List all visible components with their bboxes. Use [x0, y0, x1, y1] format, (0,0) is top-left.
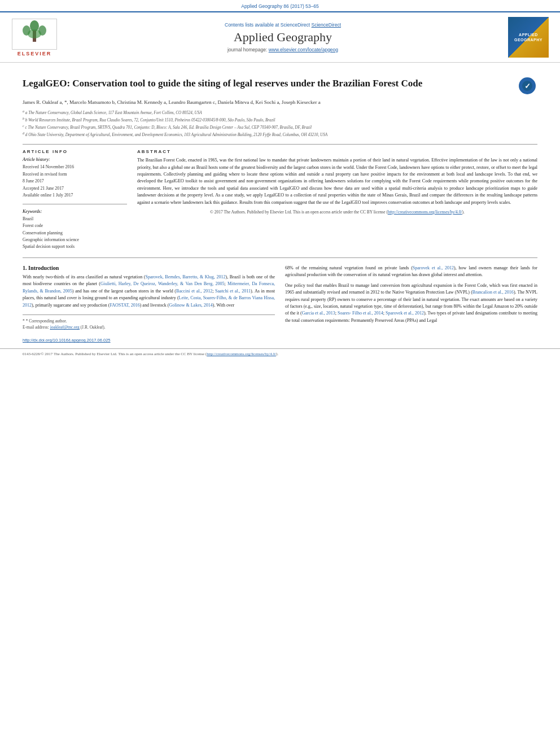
crossmark-badge[interactable]: ✓: [517, 77, 537, 94]
article-info-column: ARTICLE INFO Article history: Received 1…: [23, 149, 127, 251]
applied-geography-badge: Applied Geography: [506, 17, 551, 58]
badge-line1: Applied: [519, 32, 538, 37]
baccini-ref[interactable]: Baccini et al., 2012: [176, 289, 212, 294]
elsevier-logo: ELSEVIER: [9, 19, 60, 56]
received-date: Received 14 November 2016: [23, 164, 127, 171]
crossmark-icon[interactable]: ✓: [519, 77, 536, 94]
received-revised-label: Received in revised form: [23, 171, 127, 178]
journal-header-center: Contents lists available at ScienceDirec…: [65, 22, 500, 53]
keyword-forest-code: Forest code: [23, 222, 127, 229]
keywords-label: Keywords:: [23, 209, 127, 214]
garcia-ref[interactable]: Garcia et al., 2013: [302, 311, 335, 316]
badge: Applied Geography: [508, 17, 549, 58]
saatchi-ref[interactable]: Saatchi et al., 2011: [215, 289, 251, 294]
abstract-text: The Brazilian Forest Code, enacted in 19…: [137, 157, 537, 206]
bottom-license-text: 0143-6228/© 2017 The Authors. Published …: [23, 352, 537, 357]
accepted-date: Accepted 21 June 2017: [23, 185, 127, 192]
journal-homepage-link[interactable]: www.elsevier.com/locate/apgeog: [269, 47, 338, 53]
svg-text:✓: ✓: [524, 82, 531, 90]
giulietti-ref[interactable]: Giulietti, Harley, De Queiroz, Wanderley…: [100, 281, 225, 286]
intro-right-paragraph-1: 68% of the remaining natural vegetation …: [285, 265, 537, 279]
introduction-section: 1. Introduction With nearly two-thirds o…: [23, 265, 537, 330]
intro-left-paragraph: With nearly two-thirds of its area class…: [23, 274, 275, 309]
abstract-header: ABSTRACT: [137, 149, 537, 154]
affiliation-b: b b World Resources Institute, Brazil Pr…: [23, 116, 537, 124]
brancalion-ref[interactable]: Brancalion et al., 2016: [473, 290, 514, 295]
affiliation-d: d d Ohio State University, Department of…: [23, 131, 537, 138]
abstract-column: ABSTRACT The Brazilian Forest Code, enac…: [137, 149, 537, 251]
intro-section-title: 1. Introduction: [23, 265, 275, 271]
corresponding-author-note: * * Corresponding author.: [23, 318, 275, 324]
intro-right-paragraph-2: One policy tool that enables Brazil to m…: [285, 282, 537, 324]
sciencedirect-text: Contents lists available at ScienceDirec…: [65, 22, 500, 28]
keyword-gis: Geographic information science: [23, 237, 127, 243]
faostat-ref[interactable]: FAOSTAT, 2016: [110, 303, 139, 308]
article-history-label: Article history:: [23, 157, 127, 162]
revised-date: 8 June 2017: [23, 178, 127, 185]
golinow-ref[interactable]: Golinow & Lakes, 2014: [169, 303, 212, 308]
authors-line: James R. Oakleaf a, *, Marcelo Matsumoto…: [23, 99, 537, 107]
article-info-header: ARTICLE INFO: [23, 149, 127, 154]
article-title: LegalGEO: Conservation tool to guide the…: [23, 77, 511, 90]
keywords-block: Keywords: Brazil Forest code Conservatio…: [23, 209, 127, 251]
bottom-cc-url[interactable]: http://creativecommons.org/licenses/by/4…: [207, 352, 276, 356]
sparovek-ref-3[interactable]: Sparovek et al., 2012: [386, 311, 424, 316]
journal-title: Applied Geography: [65, 30, 500, 45]
email-footnote: E-mail address: joakleaf@tnc.org (J.R. O…: [23, 324, 275, 330]
section-divider: [23, 257, 537, 258]
keyword-conservation: Conservation planning: [23, 230, 127, 237]
journal-header: ELSEVIER Contents lists available at Sci…: [0, 11, 560, 63]
affiliation-c: c c The Nature Conservancy, Brazil Progr…: [23, 124, 537, 131]
journal-citation: Applied Geography 86 (2017) 53–65: [0, 0, 560, 11]
content-area: LegalGEO: Conservation tool to guide the…: [0, 63, 560, 330]
keyword-spatial: Spatial decision support tools: [23, 243, 127, 250]
elsevier-label: ELSEVIER: [18, 51, 52, 56]
svg-point-5: [28, 29, 41, 38]
leite-ref[interactable]: Leite, Costa, Soares-Filho, & de Barros …: [23, 295, 275, 307]
bottom-bar: 0143-6228/© 2017 The Authors. Published …: [0, 348, 560, 360]
affiliations: a a The Nature Conservancy, Global Lands…: [23, 109, 537, 139]
affiliation-a: a a The Nature Conservancy, Global Lands…: [23, 109, 537, 116]
article-title-row: LegalGEO: Conservation tool to guide the…: [23, 77, 537, 94]
keyword-brazil: Brazil: [23, 216, 127, 222]
article-info-abstract: ARTICLE INFO Article history: Received 1…: [23, 144, 537, 251]
cc-license: © 2017 The Authors. Published by Elsevie…: [137, 209, 537, 215]
introduction-left: 1. Introduction With nearly two-thirds o…: [23, 265, 275, 330]
introduction-right: 68% of the remaining natural vegetation …: [285, 265, 537, 330]
sparovek-ref[interactable]: Sparovek, Berndes, Barretto, & Klug, 201…: [145, 274, 225, 279]
doi-link[interactable]: http://dx.doi.org/10.1016/j.apgeog.2017.…: [23, 338, 111, 343]
doi-area: http://dx.doi.org/10.1016/j.apgeog.2017.…: [0, 330, 560, 343]
sciencedirect-link[interactable]: ScienceDirect: [312, 22, 341, 28]
elsevier-logo-image: [12, 19, 57, 50]
email-link[interactable]: joakleaf@tnc.org: [50, 325, 80, 330]
soares-ref[interactable]: Soares- Filho et al., 2014: [338, 311, 383, 316]
sparovek-ref-2[interactable]: Sparovek et al., 2012: [413, 265, 454, 270]
available-online: Available online 1 July 2017: [23, 192, 127, 199]
journal-homepage: journal homepage: www.elsevier.com/locat…: [65, 47, 500, 53]
cc-url[interactable]: http://creativecommons.org/licenses/by/4…: [388, 209, 462, 215]
footnote-area: * * Corresponding author. E-mail address…: [23, 314, 275, 331]
article-history-block: Article history: Received 14 November 20…: [23, 157, 127, 204]
badge-line2: Geography: [514, 37, 542, 42]
